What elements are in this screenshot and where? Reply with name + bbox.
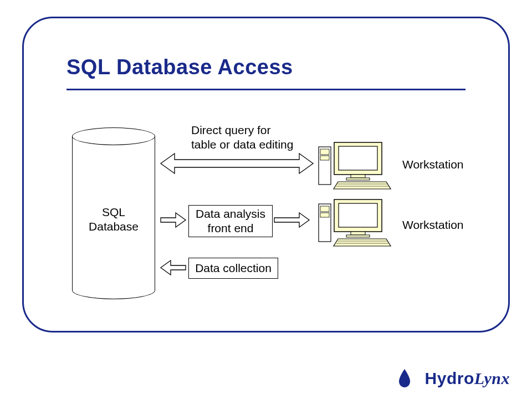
database-cylinder: SQLDatabase <box>72 127 155 299</box>
collection-box: Data collection <box>188 258 278 279</box>
slide-title: SQL Database Access <box>66 55 293 79</box>
direct-query-label: Direct query fortable or data editing <box>191 123 308 152</box>
title-underline <box>66 89 466 90</box>
analysis-box: Data analysisfront end <box>188 205 273 237</box>
database-label: SQLDatabase <box>72 205 155 234</box>
logo-prefix: Hydro <box>425 369 474 387</box>
workstation-2-label: Workstation <box>402 218 464 232</box>
drop-icon <box>399 369 410 387</box>
workstation-1-label: Workstation <box>402 157 464 172</box>
brand-logo: HydroLynx <box>425 369 510 388</box>
logo-suffix: Lynx <box>474 369 510 387</box>
